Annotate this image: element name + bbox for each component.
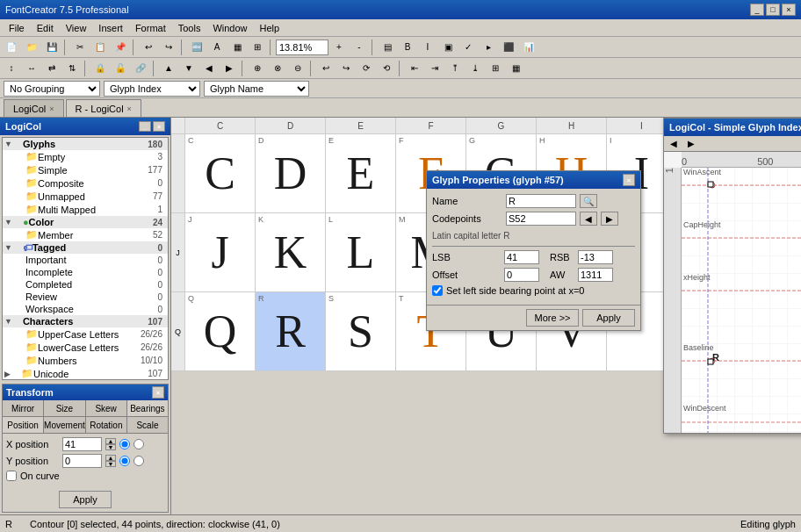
tb2-btn-4[interactable]: ⇅ bbox=[62, 60, 82, 77]
tab-r-logicol[interactable]: R - LogiCol × bbox=[66, 99, 141, 117]
x-radio-rel[interactable] bbox=[134, 439, 144, 449]
transform-close-btn[interactable]: × bbox=[152, 386, 164, 399]
tb-btn-12[interactable]: ▸ bbox=[479, 39, 498, 56]
tb2-btn-19[interactable]: ⇤ bbox=[405, 60, 424, 77]
glyph-name-select[interactable]: Glyph Name Unicode Name bbox=[204, 81, 309, 97]
tb2-btn-9[interactable]: ▼ bbox=[179, 60, 198, 77]
tree-characters[interactable]: ▼ Characters 107 bbox=[3, 315, 168, 327]
grouping-select[interactable]: No Grouping By Script By Category bbox=[4, 81, 100, 97]
tb2-btn-17[interactable]: ⟳ bbox=[357, 60, 376, 77]
x-spin-up[interactable]: ▲ bbox=[105, 438, 116, 444]
menu-tools[interactable]: Tools bbox=[173, 21, 206, 35]
name-icon-btn[interactable]: 🔍 bbox=[580, 194, 597, 208]
transform-tab-size[interactable]: Size bbox=[44, 400, 85, 416]
tb-btn-5[interactable]: ▦ bbox=[227, 39, 247, 56]
tb-btn-9[interactable]: I bbox=[418, 39, 437, 56]
more-button[interactable]: More >> bbox=[526, 309, 579, 327]
codepoints-input[interactable] bbox=[506, 212, 576, 226]
x-position-input[interactable] bbox=[62, 437, 102, 451]
transform-subtab-movement[interactable]: Movement bbox=[44, 417, 86, 433]
tree-unicode[interactable]: ▶ 📁 Unicode 107 bbox=[3, 367, 168, 380]
transform-tab-bearings[interactable]: Bearings bbox=[127, 400, 168, 416]
new-button[interactable]: 📄 bbox=[2, 39, 21, 56]
bearing-checkbox[interactable] bbox=[432, 285, 443, 296]
transform-apply-button[interactable]: Apply bbox=[59, 491, 112, 508]
y-position-input[interactable] bbox=[62, 454, 102, 468]
transform-subtab-rotation[interactable]: Rotation bbox=[86, 417, 127, 433]
tab-r-logicol-close[interactable]: × bbox=[127, 104, 132, 113]
menu-file[interactable]: File bbox=[4, 21, 30, 35]
paste-button[interactable]: 📌 bbox=[111, 39, 130, 56]
tb2-btn-22[interactable]: ⤓ bbox=[465, 60, 485, 77]
tree-tagged[interactable]: ▼ 🏷 Tagged 0 bbox=[3, 241, 168, 254]
tree-multi-mapped[interactable]: 📁 Multi Mapped 1 bbox=[3, 203, 168, 216]
ge-tb-2[interactable]: ▶ bbox=[683, 137, 699, 151]
tb2-btn-14[interactable]: ⊖ bbox=[288, 60, 307, 77]
tb2-btn-23[interactable]: ⊞ bbox=[486, 60, 505, 77]
tb2-btn-7[interactable]: 🔗 bbox=[131, 60, 150, 77]
tree-numbers[interactable]: 📁 Numbers 10/10 bbox=[3, 354, 168, 367]
tb2-btn-24[interactable]: ▦ bbox=[506, 60, 525, 77]
menu-insert[interactable]: Insert bbox=[93, 21, 128, 35]
tb2-btn-8[interactable]: ▲ bbox=[159, 60, 178, 77]
glyph-C[interactable]: C C bbox=[185, 134, 256, 213]
transform-tab-skew[interactable]: Skew bbox=[86, 400, 127, 416]
glyph-R[interactable]: R R bbox=[256, 292, 326, 371]
tb2-btn-6[interactable]: 🔓 bbox=[111, 60, 130, 77]
tree-workspace[interactable]: Workspace 0 bbox=[3, 303, 168, 315]
menu-help[interactable]: Help bbox=[255, 21, 285, 35]
save-button[interactable]: 💾 bbox=[42, 39, 61, 56]
tb2-btn-18[interactable]: ⟲ bbox=[377, 60, 396, 77]
offset-input[interactable] bbox=[504, 268, 539, 282]
tb2-btn-21[interactable]: ⤒ bbox=[445, 60, 465, 77]
tree-uppercase[interactable]: 📁 UpperCase Letters 26/26 bbox=[3, 327, 168, 341]
on-curve-checkbox[interactable] bbox=[6, 471, 17, 481]
tb2-btn-1[interactable]: ↕ bbox=[2, 60, 21, 77]
rsb-input[interactable] bbox=[578, 250, 613, 264]
tree-simple[interactable]: 📁 Simple 177 bbox=[3, 163, 168, 176]
undo-button[interactable]: ↩ bbox=[139, 39, 158, 56]
tb2-btn-20[interactable]: ⇥ bbox=[425, 60, 444, 77]
tree-composite[interactable]: 📁 Composite 0 bbox=[3, 176, 168, 190]
transform-subtab-scale[interactable]: Scale bbox=[127, 417, 168, 433]
y-spin-down[interactable]: ▼ bbox=[105, 461, 116, 467]
tb2-btn-12[interactable]: ⊕ bbox=[248, 60, 267, 77]
menu-edit[interactable]: Edit bbox=[32, 21, 59, 35]
tree-incomplete[interactable]: Incomplete 0 bbox=[3, 266, 168, 278]
tb2-btn-3[interactable]: ⇄ bbox=[42, 60, 61, 77]
y-radio-rel[interactable] bbox=[134, 456, 144, 466]
glyph-D[interactable]: D D bbox=[256, 134, 326, 213]
tb-btn-4[interactable]: A bbox=[207, 39, 227, 56]
x-spin-down[interactable]: ▼ bbox=[105, 444, 116, 450]
tb-btn-8[interactable]: B bbox=[398, 39, 417, 56]
lp-close-btn[interactable]: × bbox=[153, 121, 165, 132]
zoom-in-button[interactable]: + bbox=[329, 39, 349, 56]
glyph-index-select[interactable]: Glyph Index Unicode bbox=[104, 81, 200, 97]
tb-btn-3[interactable]: 🔤 bbox=[187, 39, 206, 56]
tree-unmapped[interactable]: 📁 Unmapped 77 bbox=[3, 190, 168, 203]
tb2-btn-2[interactable]: ↔ bbox=[22, 60, 41, 77]
tb2-btn-11[interactable]: ▶ bbox=[220, 60, 239, 77]
lsb-input[interactable] bbox=[504, 250, 539, 264]
tree-member[interactable]: 📁 Member 52 bbox=[3, 228, 168, 241]
menu-format[interactable]: Format bbox=[130, 21, 171, 35]
transform-tab-mirror[interactable]: Mirror bbox=[3, 400, 44, 416]
tree-completed[interactable]: Completed 0 bbox=[3, 278, 168, 291]
glyph-props-apply-button[interactable]: Apply bbox=[582, 309, 635, 327]
name-input[interactable] bbox=[506, 194, 576, 208]
tb2-btn-16[interactable]: ↪ bbox=[336, 60, 356, 77]
tb-btn-10[interactable]: ▣ bbox=[438, 39, 458, 56]
glyph-J[interactable]: J J bbox=[185, 213, 256, 292]
glyph-E[interactable]: E E bbox=[326, 134, 396, 213]
tb-btn-11[interactable]: ✓ bbox=[458, 39, 478, 56]
transform-subtab-position[interactable]: Position bbox=[3, 417, 44, 433]
copy-button[interactable]: 📋 bbox=[90, 39, 110, 56]
tb2-btn-10[interactable]: ◀ bbox=[199, 60, 219, 77]
ge-canvas-area[interactable]: 0 500 1000 1mhz 1 bbox=[664, 152, 801, 433]
tab-logicol-close[interactable]: × bbox=[49, 104, 54, 113]
glyph-tree[interactable]: ▼ Glyphs 180 📁 Empty 3 📁 Simple bbox=[2, 137, 169, 380]
minimize-button[interactable]: _ bbox=[750, 4, 764, 16]
maximize-button[interactable]: □ bbox=[766, 4, 780, 16]
tab-logicol[interactable]: LogiCol × bbox=[4, 99, 64, 117]
redo-button[interactable]: ↪ bbox=[159, 39, 178, 56]
